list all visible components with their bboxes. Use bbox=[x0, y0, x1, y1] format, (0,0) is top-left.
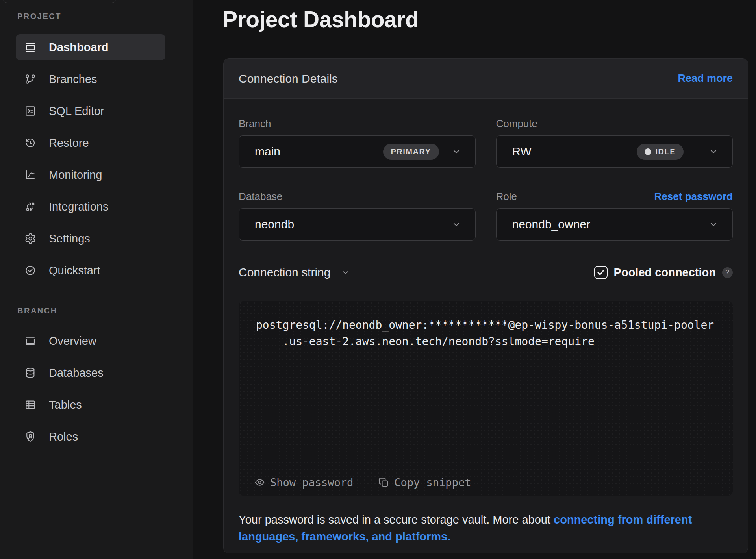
sidebar-item-quickstart[interactable]: Quickstart bbox=[16, 257, 165, 283]
sidebar-item-label: Roles bbox=[49, 430, 78, 443]
connection-string-value: postgresql://neondb_owner:************@e… bbox=[239, 301, 733, 350]
sidebar-item-label: Branches bbox=[49, 73, 97, 86]
sidebar-group-branch: Overview Databases bbox=[16, 328, 165, 455]
compute-value: RW bbox=[512, 145, 532, 158]
chevron-down-icon bbox=[452, 220, 461, 229]
help-icon[interactable]: ? bbox=[722, 267, 733, 278]
sidebar-section-project: PROJECT bbox=[17, 12, 61, 21]
sidebar: PROJECT Dashboard Branches bbox=[0, 0, 193, 559]
sidebar-item-label: Restore bbox=[49, 137, 89, 150]
compute-label: Compute bbox=[496, 118, 733, 130]
settings-gear-icon bbox=[24, 233, 36, 244]
sidebar-item-label: SQL Editor bbox=[49, 105, 104, 118]
monitoring-icon bbox=[24, 169, 36, 181]
main-content: Project Dashboard Connection Details Rea… bbox=[194, 0, 756, 559]
table-icon bbox=[24, 399, 36, 411]
pooled-connection-control: Pooled connection ? bbox=[594, 266, 733, 279]
shield-user-icon bbox=[24, 431, 36, 442]
app-window: PROJECT Dashboard Branches bbox=[0, 0, 756, 559]
sidebar-item-databases[interactable]: Databases bbox=[16, 360, 165, 386]
branches-icon bbox=[24, 73, 36, 85]
status-dot-icon bbox=[645, 148, 651, 155]
branch-field: Branch main PRIMARY bbox=[239, 118, 476, 168]
show-password-button[interactable]: Show password bbox=[254, 476, 353, 489]
chevron-down-icon bbox=[709, 147, 718, 156]
read-more-link[interactable]: Read more bbox=[678, 72, 733, 85]
sidebar-item-label: Overview bbox=[49, 335, 96, 348]
database-value: neondb bbox=[255, 218, 294, 231]
idle-status-badge: IDLE bbox=[637, 144, 684, 160]
overview-icon bbox=[24, 335, 36, 347]
eye-icon bbox=[254, 477, 265, 488]
copy-icon bbox=[378, 477, 389, 488]
chevron-down-icon bbox=[709, 220, 718, 229]
sidebar-item-label: Tables bbox=[49, 398, 82, 411]
connection-string-label: Connection string bbox=[239, 266, 330, 279]
check-icon bbox=[596, 268, 606, 277]
password-vault-text: Your password is saved in a secure stora… bbox=[239, 513, 554, 526]
primary-badge: PRIMARY bbox=[383, 144, 439, 160]
integrations-icon bbox=[24, 201, 36, 213]
branch-value: main bbox=[255, 145, 280, 158]
role-value: neondb_owner bbox=[512, 218, 591, 231]
sidebar-section-branch: BRANCH bbox=[17, 306, 57, 315]
connection-details-card: Connection Details Read more Branch main… bbox=[223, 58, 748, 553]
sidebar-item-settings[interactable]: Settings bbox=[16, 226, 165, 252]
sidebar-item-label: Monitoring bbox=[49, 168, 102, 181]
connection-string-box: postgresql://neondb_owner:************@e… bbox=[239, 301, 733, 496]
copy-snippet-button[interactable]: Copy snippet bbox=[378, 476, 471, 489]
password-vault-note: Your password is saved in a secure stora… bbox=[239, 511, 697, 545]
database-label: Database bbox=[239, 191, 476, 203]
chevron-down-icon bbox=[452, 147, 461, 156]
sidebar-item-label: Dashboard bbox=[49, 41, 108, 54]
database-field: Database neondb bbox=[239, 191, 476, 241]
reset-password-link[interactable]: Reset password bbox=[654, 191, 733, 203]
card-body: Branch main PRIMARY Compute bbox=[224, 118, 748, 545]
sidebar-item-label: Settings bbox=[49, 232, 90, 245]
branch-select[interactable]: main PRIMARY bbox=[239, 135, 476, 168]
card-title: Connection Details bbox=[239, 72, 338, 85]
chevron-down-icon bbox=[341, 268, 350, 277]
sidebar-item-label: Quickstart bbox=[49, 264, 100, 277]
role-select[interactable]: neondb_owner bbox=[496, 208, 733, 241]
page-title: Project Dashboard bbox=[222, 6, 419, 32]
sidebar-item-dashboard[interactable]: Dashboard bbox=[16, 34, 165, 60]
sidebar-item-tables[interactable]: Tables bbox=[16, 392, 165, 418]
sidebar-item-branches[interactable]: Branches bbox=[16, 66, 165, 92]
compute-select[interactable]: RW IDLE bbox=[496, 135, 733, 168]
branch-label: Branch bbox=[239, 118, 476, 130]
dashboard-icon bbox=[24, 41, 36, 53]
code-actions: Show password Copy snippet bbox=[239, 469, 733, 496]
sidebar-item-sql-editor[interactable]: SQL Editor bbox=[16, 98, 165, 124]
database-icon bbox=[24, 367, 36, 379]
restore-icon bbox=[24, 137, 36, 149]
pooled-connection-label: Pooled connection bbox=[614, 266, 716, 279]
sql-editor-icon bbox=[24, 105, 36, 117]
sidebar-item-label: Integrations bbox=[49, 200, 109, 213]
sidebar-item-integrations[interactable]: Integrations bbox=[16, 194, 165, 220]
sidebar-item-monitoring[interactable]: Monitoring bbox=[16, 162, 165, 188]
sidebar-item-overview[interactable]: Overview bbox=[16, 328, 165, 354]
check-circle-icon bbox=[24, 265, 36, 276]
sidebar-item-restore[interactable]: Restore bbox=[16, 130, 165, 156]
card-header: Connection Details Read more bbox=[224, 59, 748, 99]
database-select[interactable]: neondb bbox=[239, 208, 476, 241]
sidebar-group-project: Dashboard Branches SQL Editor bbox=[16, 34, 165, 289]
role-field: Role Reset password neondb_owner bbox=[496, 191, 733, 241]
compute-field: Compute RW IDLE bbox=[496, 118, 733, 168]
project-selector-edge bbox=[3, 0, 116, 3]
connection-string-dropdown[interactable]: Connection string bbox=[239, 266, 350, 279]
sidebar-item-label: Databases bbox=[49, 366, 104, 379]
sidebar-item-roles[interactable]: Roles bbox=[16, 424, 165, 450]
pooled-connection-checkbox[interactable] bbox=[594, 266, 608, 279]
role-label: Role bbox=[496, 191, 517, 203]
